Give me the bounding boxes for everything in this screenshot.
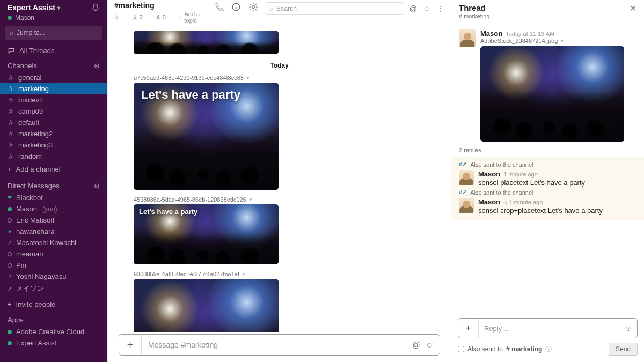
chevron-down-icon[interactable]: ▼: [560, 39, 564, 43]
message-author[interactable]: Mason: [480, 29, 502, 38]
add-channel-plus-icon[interactable]: ⊕: [94, 62, 100, 70]
message-author[interactable]: Mason: [478, 170, 500, 178]
file-label[interactable]: d7c59ae9-468e-4299-9131-edc484f8cc63 ▼: [134, 75, 440, 81]
svg-point-2: [252, 6, 255, 9]
sidebar-item-dm[interactable]: ↗Masatoshi Kawachi: [0, 237, 107, 248]
bell-icon[interactable]: [91, 3, 100, 12]
image-preview[interactable]: Let's have a party: [134, 83, 279, 190]
avatar[interactable]: [459, 198, 474, 213]
svg-point-0: [134, 15, 136, 17]
image-preview[interactable]: Let's have a party: [134, 204, 279, 264]
gear-icon[interactable]: [248, 2, 258, 12]
add-channel-row[interactable]: + Add a channel: [0, 162, 107, 176]
message-composer: + Message #marketing @ ☺: [119, 334, 440, 356]
thread-subtitle[interactable]: # marketing: [459, 13, 489, 19]
file-label[interactable]: 9300859a-4af8-4fec-9c27-d4a027fba1ef ▼: [134, 271, 440, 277]
sidebar-item-channel[interactable]: #marketing3: [0, 139, 107, 151]
sidebar-item-dm[interactable]: Eric Matisoff: [0, 215, 107, 226]
sidebar-item-dm[interactable]: ❤Slackbot: [0, 192, 107, 203]
sidebar-item-channel[interactable]: #camp09: [0, 106, 107, 117]
presence-online-icon: [8, 341, 12, 345]
presence-offline-icon: [8, 263, 12, 268]
chevron-down-icon[interactable]: ▼: [246, 76, 250, 80]
channel-title[interactable]: #marketing: [114, 1, 208, 10]
dm-name-label: Yoshi Nagayasu: [16, 272, 66, 280]
channels-label: Channels: [8, 62, 37, 70]
sidebar-item-channel[interactable]: #default: [0, 117, 107, 128]
phone-icon[interactable]: [214, 2, 224, 12]
search-input[interactable]: ⌕ Search: [265, 2, 404, 15]
channels-section-header[interactable]: Channels ⊕: [0, 56, 107, 72]
add-dm-plus-icon[interactable]: ⊕: [94, 182, 100, 190]
date-divider: Today: [108, 60, 451, 73]
member-count[interactable]: 2: [132, 14, 143, 20]
sidebar-item-app[interactable]: Expert Assist: [0, 337, 107, 349]
sidebar-item-channel[interactable]: #botdev2: [0, 94, 107, 106]
chevron-down-icon[interactable]: ▼: [248, 197, 253, 202]
info-icon[interactable]: [231, 2, 241, 12]
attach-button[interactable]: +: [458, 319, 479, 338]
emoji-button[interactable]: ☺: [624, 324, 637, 333]
presence-online-icon: [8, 16, 12, 20]
file-label[interactable]: 4598036a-5dae-4965-86eb-120868edc026 ▼: [134, 196, 440, 203]
image-preview[interactable]: [134, 31, 279, 54]
dm-name-label: Eric Matisoff: [16, 216, 54, 224]
image-preview[interactable]: Let's have a party: [134, 279, 279, 332]
person-icon: [132, 14, 138, 20]
avatar[interactable]: [459, 170, 474, 185]
pin-count[interactable]: 0: [155, 14, 166, 20]
message-block: 9300859a-4af8-4fec-9c27-d4a027fba1ef ▼Le…: [108, 270, 451, 332]
dm-section-header[interactable]: Direct Messages ⊕: [0, 176, 107, 192]
also-send-channel[interactable]: # marketing: [506, 345, 542, 353]
sidebar-item-channel[interactable]: #marketing2: [0, 128, 107, 139]
sidebar-item-dm[interactable]: Mason (you): [0, 203, 107, 215]
workspace-name: Expert Assist: [8, 3, 55, 12]
workspace-switcher[interactable]: Expert Assist ▾: [0, 0, 107, 14]
all-threads[interactable]: All Threads: [0, 45, 107, 56]
file-label[interactable]: AdobeStock_208487214.jpeg ▼: [480, 38, 636, 44]
current-user[interactable]: Mason: [0, 14, 107, 26]
jump-to-input[interactable]: ⌕ Jump to...: [5, 26, 102, 40]
message-input[interactable]: Message #marketing: [142, 341, 412, 349]
sidebar-item-app[interactable]: Adobe Creative Cloud: [0, 326, 107, 337]
messages-pane[interactable]: Today d7c59ae9-468e-4299-9131-edc484f8cc…: [108, 27, 451, 332]
reply-input[interactable]: Reply…: [479, 324, 624, 333]
hash-icon: #: [8, 119, 14, 127]
sidebar-item-channel[interactable]: #general: [0, 72, 107, 83]
thread-title: Thread: [459, 3, 489, 12]
hash-icon: #↗: [459, 189, 467, 196]
sidebar-item-dm[interactable]: ↗Yoshi Nagayasu: [0, 271, 107, 282]
also-send-label: Also send to: [467, 345, 503, 353]
attach-button[interactable]: +: [119, 335, 142, 355]
message-author[interactable]: Mason: [478, 198, 500, 206]
sidebar-item-channel[interactable]: #random: [0, 151, 107, 162]
close-icon[interactable]: ✕: [630, 3, 636, 13]
send-button[interactable]: Send: [609, 343, 638, 356]
sidebar-item-dm[interactable]: ❦hawanohara: [0, 226, 107, 237]
avatar[interactable]: [459, 29, 476, 47]
more-icon[interactable]: ⋮: [437, 4, 444, 13]
channel-name-label: botdev2: [18, 96, 43, 104]
help-icon[interactable]: ⓘ: [545, 345, 552, 354]
mentions-icon[interactable]: @: [409, 4, 417, 13]
image-overlay-text: Let's have a party: [139, 208, 197, 216]
star-icon[interactable]: ☆: [423, 4, 430, 13]
channel-name-label: camp09: [18, 107, 43, 115]
add-channel-label: Add a channel: [16, 165, 61, 173]
also-send-checkbox[interactable]: [458, 346, 464, 352]
chevron-down-icon[interactable]: ▼: [241, 272, 246, 277]
sidebar-item-channel[interactable]: #marketing: [0, 83, 107, 94]
sidebar-item-dm[interactable]: Pin: [0, 260, 107, 271]
dm-name-label: Masatoshi Kawachi: [16, 239, 76, 247]
linked-icon: ↗: [8, 274, 12, 279]
thread-panel: Thread # marketing ✕ Mason Today at 11:1…: [451, 0, 644, 362]
add-topic-button[interactable]: Add a topic: [178, 11, 208, 24]
image-preview[interactable]: [480, 46, 624, 142]
apps-section-header[interactable]: Apps: [0, 311, 107, 326]
invite-people-row[interactable]: + Invite people: [0, 295, 107, 311]
mentions-button[interactable]: @: [412, 341, 420, 349]
sidebar-item-dm[interactable]: meaman: [0, 248, 107, 260]
emoji-button[interactable]: ☺: [426, 341, 433, 349]
star-channel-button[interactable]: ☆: [114, 14, 120, 21]
sidebar-item-dm[interactable]: ↗メイソン: [0, 282, 107, 295]
